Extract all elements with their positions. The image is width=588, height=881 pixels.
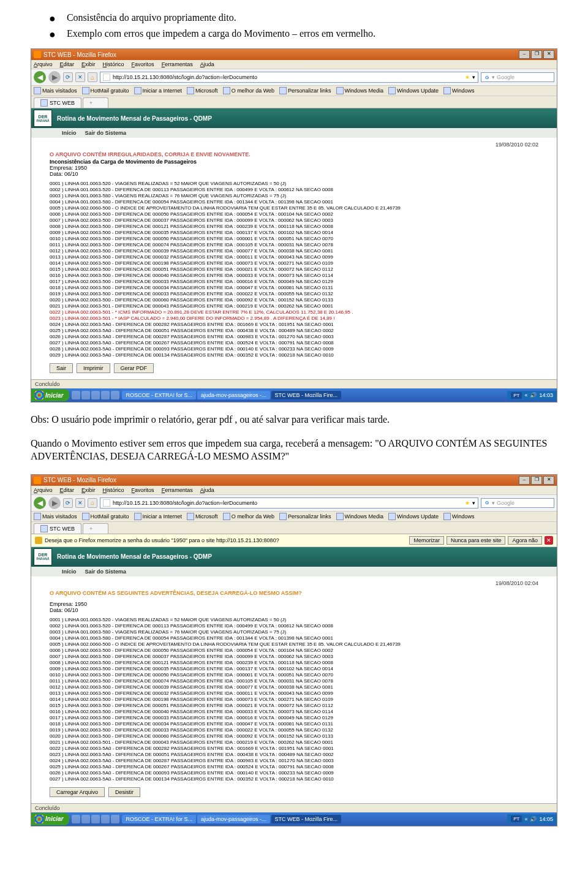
close-button[interactable]: ✕ <box>543 50 554 59</box>
reload-button[interactable]: ⟳ <box>63 498 73 508</box>
menu-item[interactable]: Favoritos <box>132 61 154 67</box>
bookmark-item[interactable]: HotMail gratuito <box>82 87 129 94</box>
stop-button[interactable]: ✕ <box>75 498 85 508</box>
bookmark-item[interactable]: Windows Update <box>388 513 439 520</box>
memorizar-button[interactable]: Memorizar <box>409 536 444 545</box>
bookmark-star-icon[interactable]: ★ <box>465 74 470 80</box>
bookmark-item[interactable]: Personalizar links <box>279 513 331 520</box>
bookmark-item[interactable]: Personalizar links <box>279 87 331 94</box>
nav-inicio[interactable]: Início <box>62 130 77 136</box>
ql-icon[interactable] <box>72 391 80 399</box>
agora-nao-button[interactable]: Agora não <box>508 536 542 545</box>
bookmark-star-icon[interactable]: ★ <box>465 500 470 506</box>
minimize-button[interactable]: – <box>519 50 530 59</box>
url-dropdown-icon[interactable]: ▾ <box>472 74 475 80</box>
search-box[interactable]: G▾ Google <box>481 498 554 508</box>
url-bar[interactable]: http://10.15.21.130:8080/stc/login.do?ac… <box>100 497 478 509</box>
task-item[interactable]: ajuda-mov-passageiros -... <box>197 815 270 823</box>
log-line-error: 0022 ) LINHA 002.0063-501 - * ICMS INFOR… <box>50 309 538 316</box>
menu-item[interactable]: Arquivo <box>34 487 53 493</box>
maximize-button[interactable]: ❐ <box>531 476 542 485</box>
new-tab-button[interactable]: + <box>83 523 108 534</box>
tray-icon[interactable]: « <box>524 816 527 822</box>
close-button[interactable]: ✕ <box>543 476 554 485</box>
gerar-pdf-button[interactable]: Gerar PDF <box>114 363 154 373</box>
task-item[interactable]: ajuda-mov-passageiros -... <box>197 391 270 399</box>
nav-inicio[interactable]: Início <box>62 569 77 575</box>
carregar-button[interactable]: Carregar Arquivo <box>50 787 105 797</box>
menu-item[interactable]: Exibir <box>81 61 96 67</box>
home-button[interactable]: ⌂ <box>88 498 97 508</box>
home-button[interactable]: ⌂ <box>88 72 97 82</box>
task-item[interactable]: ROSCOE - EXTRA! for S... <box>122 391 196 399</box>
start-button[interactable]: Iniciar <box>31 389 69 401</box>
bookmark-item[interactable]: Windows Media <box>336 87 384 94</box>
minimize-button[interactable]: – <box>519 476 530 485</box>
url-dropdown-icon[interactable]: ▾ <box>472 500 475 506</box>
tab-stc-web[interactable]: STC WEB <box>34 97 81 108</box>
menu-item[interactable]: Ajuda <box>200 487 214 493</box>
task-item[interactable]: STC WEB - Mozilla Fire... <box>271 815 342 823</box>
tray-icon[interactable]: 🔊 <box>530 816 537 822</box>
menu-item[interactable]: Exibir <box>81 487 96 493</box>
nav-sair[interactable]: Sair do Sistema <box>85 130 127 136</box>
menu-item[interactable]: Histórico <box>103 61 124 67</box>
back-button[interactable]: ◀ <box>34 497 46 509</box>
nav-sair[interactable]: Sair do Sistema <box>85 569 127 575</box>
menu-item[interactable]: Ferramentas <box>162 61 193 67</box>
close-prompt-button[interactable]: ✕ <box>545 536 553 545</box>
log-line: 0020 ) LINHA 002.0063-500 - DIFERENCA DE… <box>50 733 538 739</box>
reload-button[interactable]: ⟳ <box>63 72 73 82</box>
tray-icon[interactable]: 🔊 <box>530 392 537 398</box>
bookmark-item[interactable]: Iniciar a Internet <box>134 87 183 94</box>
bookmark-item[interactable]: Microsoft <box>187 87 218 94</box>
menu-item[interactable]: Editar <box>60 487 75 493</box>
stop-button[interactable]: ✕ <box>75 72 85 82</box>
tray-icon[interactable]: « <box>524 392 527 398</box>
ql-icon[interactable] <box>111 391 119 399</box>
ql-icon[interactable] <box>91 815 100 823</box>
start-button[interactable]: Iniciar <box>31 813 69 825</box>
bookmark-item[interactable]: O melhor da Web <box>223 87 274 94</box>
new-tab-button[interactable]: + <box>83 97 108 108</box>
maximize-button[interactable]: ❐ <box>531 50 542 59</box>
task-item[interactable]: ROSCOE - EXTRA! for S... <box>122 815 196 823</box>
bookmark-item[interactable]: Windows Media <box>336 513 384 520</box>
bookmark-item[interactable]: O melhor da Web <box>223 513 274 520</box>
sair-button[interactable]: Sair <box>50 363 73 373</box>
ql-icon[interactable] <box>101 391 110 399</box>
tab-stc-web[interactable]: STC WEB <box>34 523 81 534</box>
lang-indicator[interactable]: PT <box>511 815 522 822</box>
back-button[interactable]: ◀ <box>34 71 46 83</box>
bookmark-item[interactable]: Mais visitados <box>34 513 77 520</box>
bookmark-item[interactable]: Microsoft <box>187 513 218 520</box>
task-item[interactable]: STC WEB - Mozilla Fire... <box>271 391 342 399</box>
menu-item[interactable]: Arquivo <box>34 61 53 67</box>
menu-item[interactable]: Editar <box>60 61 75 67</box>
bookmark-item[interactable]: Windows <box>443 87 475 94</box>
lang-indicator[interactable]: PT <box>511 392 522 399</box>
task-items: ROSCOE - EXTRA! for S... ajuda-mov-passa… <box>122 815 507 823</box>
menu-item[interactable]: Histórico <box>103 487 124 493</box>
ql-icon[interactable] <box>81 815 90 823</box>
menu-item[interactable]: Favoritos <box>132 487 154 493</box>
bookmark-item[interactable]: Mais visitados <box>34 87 77 94</box>
search-box[interactable]: G▾ Google <box>481 72 554 82</box>
menu-item[interactable]: Ajuda <box>200 61 214 67</box>
ql-icon[interactable] <box>101 815 110 823</box>
bookmark-item[interactable]: Iniciar a Internet <box>134 513 183 520</box>
ql-icon[interactable] <box>72 815 80 823</box>
menu-item[interactable]: Ferramentas <box>162 487 193 493</box>
forward-button[interactable]: ▶ <box>48 497 61 509</box>
bookmark-item[interactable]: Windows <box>443 513 475 520</box>
bookmark-item[interactable]: HotMail gratuito <box>82 513 129 520</box>
ql-icon[interactable] <box>81 391 90 399</box>
nunca-button[interactable]: Nunca para este site <box>447 536 506 545</box>
bookmark-item[interactable]: Windows Update <box>388 87 439 94</box>
url-bar[interactable]: http://10.15.21.130:8080/stc/login.do?ac… <box>100 72 478 83</box>
forward-button[interactable]: ▶ <box>48 71 61 83</box>
ql-icon[interactable] <box>91 391 100 399</box>
desistir-button[interactable]: Desistir <box>108 787 140 797</box>
imprimir-button[interactable]: Imprimir <box>77 363 110 373</box>
ql-icon[interactable] <box>111 815 119 823</box>
